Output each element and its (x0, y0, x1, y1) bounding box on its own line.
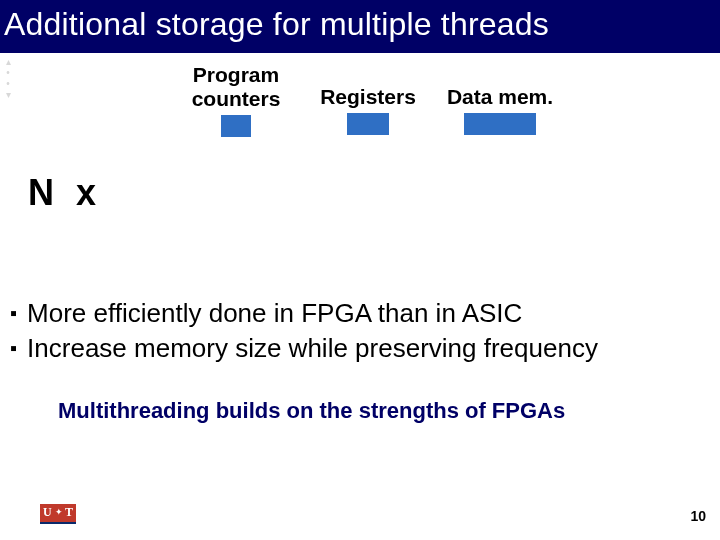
slide: Additional storage for multiple threads … (0, 0, 720, 540)
bullet-item: More efficiently done in FPGA than in AS… (10, 296, 710, 331)
n-times-multiplier: N x (28, 172, 102, 214)
program-counters-column: Program counters (176, 63, 296, 137)
uoft-logo-icon: U ✦ T (40, 504, 76, 522)
callout-text: Multithreading builds on the strengths o… (58, 398, 565, 424)
bullet-list: More efficiently done in FPGA than in AS… (10, 296, 710, 366)
registers-column: Registers (308, 85, 428, 135)
logo-letter-t: T (65, 505, 73, 520)
registers-label: Registers (308, 85, 428, 109)
program-counters-label: Program counters (176, 63, 296, 111)
data-mem-column: Data mem. (440, 85, 560, 135)
registers-box-icon (347, 113, 389, 135)
program-counter-box-icon (221, 115, 251, 137)
logo-letter-u: U (43, 505, 52, 520)
slide-title: Additional storage for multiple threads (0, 0, 720, 53)
storage-diagram: Program counters Registers Data mem. (0, 53, 720, 243)
page-number: 10 (690, 508, 706, 524)
slide-footer: U ✦ T 10 (0, 500, 720, 540)
bullet-item: Increase memory size while preserving fr… (10, 331, 710, 366)
logo-underline (40, 522, 76, 524)
data-mem-box-icon (464, 113, 536, 135)
data-mem-label: Data mem. (440, 85, 560, 109)
logo-glyph-icon: ✦ (55, 507, 63, 517)
